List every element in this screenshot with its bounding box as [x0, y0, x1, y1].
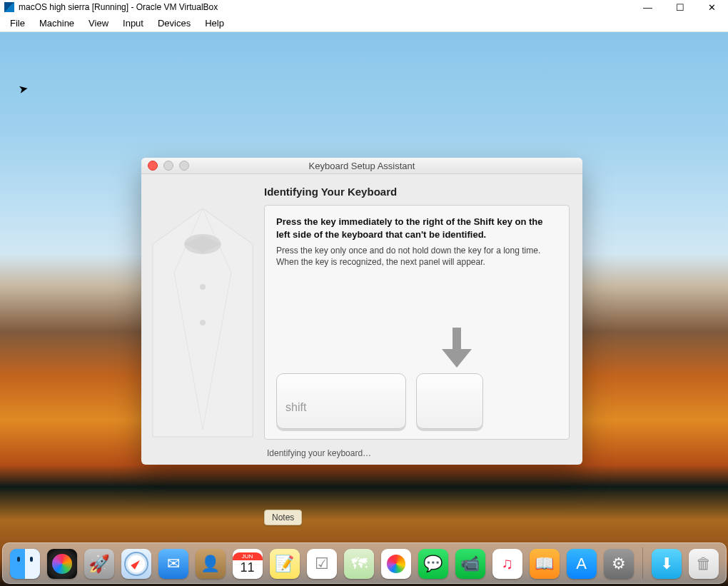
dock-separator	[642, 547, 643, 579]
dock-ibooks[interactable]: 📖	[530, 549, 560, 579]
tuxedo-icon	[146, 201, 260, 444]
minimize-button[interactable]: —	[632, 0, 664, 14]
menu-file[interactable]: File	[3, 16, 32, 30]
dock-system-preferences[interactable]: ⚙︎	[604, 549, 634, 579]
menu-devices[interactable]: Devices	[151, 16, 198, 30]
dock-launchpad[interactable]: 🚀	[84, 549, 114, 579]
host-titlebar: macOS high sierra [Running] - Oracle VM …	[0, 0, 728, 14]
dock-finder[interactable]	[10, 549, 40, 579]
menu-input[interactable]: Input	[116, 16, 151, 30]
dock-calendar[interactable]: JUN 11	[233, 549, 263, 579]
dock-photos[interactable]	[381, 549, 411, 579]
dock-facetime[interactable]: 📹	[455, 549, 485, 579]
dock-reminders[interactable]: ☑︎	[307, 549, 337, 579]
dialog-title: Keyboard Setup Assistant	[141, 161, 582, 171]
virtualbox-icon	[4, 2, 14, 12]
dock-trash[interactable]: 🗑	[689, 549, 719, 579]
assistant-sidebar	[141, 174, 264, 465]
keyboard-setup-window: Keyboard Setup Assistant Identifying You…	[141, 158, 582, 465]
host-menu-bar: File Machine View Input Devices Help	[0, 14, 728, 32]
menu-view[interactable]: View	[81, 16, 116, 30]
dock-itunes[interactable]: ♫	[492, 549, 522, 579]
menu-help[interactable]: Help	[198, 16, 231, 30]
dock-tooltip: Notes	[264, 510, 302, 525]
shift-key-label: shift	[285, 401, 306, 414]
status-text: Identifying your keyboard…	[267, 448, 570, 458]
calendar-day: 11	[240, 560, 254, 575]
target-key-illustration	[416, 373, 483, 429]
svg-point-2	[200, 320, 206, 325]
dock: 🚀 ✉︎ 👤 JUN 11 📝 ☑︎ 🗺 💬 📹 ♫ 📖 A ⚙︎ ⬇︎ 🗑	[2, 542, 727, 584]
mac-titlebar[interactable]: Keyboard Setup Assistant	[141, 158, 582, 174]
vm-viewport: ➤ Keyboard Setup Assistant	[0, 32, 728, 586]
window-title: macOS high sierra [Running] - Oracle VM …	[19, 2, 218, 12]
instruction-panel: Press the key immediately to the right o…	[264, 205, 570, 440]
instruction-primary: Press the key immediately to the right o…	[276, 216, 557, 241]
maximize-button[interactable]: ☐	[664, 0, 696, 14]
shift-key-illustration: shift	[276, 373, 406, 429]
dock-downloads[interactable]: ⬇︎	[652, 549, 682, 579]
dialog-heading: Identifying Your Keyboard	[264, 186, 570, 198]
dock-maps[interactable]: 🗺	[344, 549, 374, 579]
dock-contacts[interactable]: 👤	[196, 549, 226, 579]
calendar-month: JUN	[233, 552, 263, 560]
close-button[interactable]: ✕	[696, 0, 728, 14]
dock-siri[interactable]	[47, 549, 77, 579]
dock-notes[interactable]: 📝	[270, 549, 300, 579]
dock-messages[interactable]: 💬	[418, 549, 448, 579]
dock-appstore[interactable]: A	[567, 549, 597, 579]
arrow-down-icon	[440, 328, 473, 370]
menu-machine[interactable]: Machine	[32, 16, 81, 30]
dock-mail[interactable]: ✉︎	[158, 549, 188, 579]
dock-safari[interactable]	[121, 549, 151, 579]
instruction-secondary: Press the key only once and do not hold …	[276, 245, 557, 268]
svg-point-1	[200, 284, 206, 290]
